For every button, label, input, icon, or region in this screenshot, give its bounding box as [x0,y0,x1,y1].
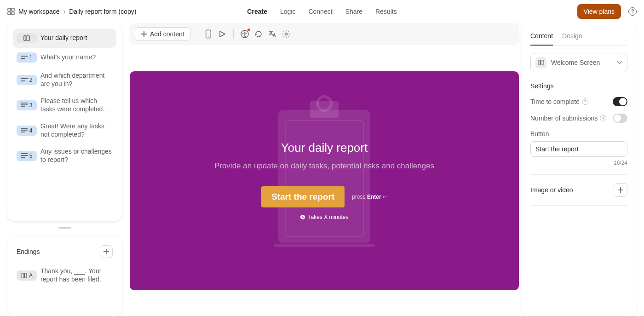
info-icon[interactable]: ? [600,115,606,121]
long-text-icon: 3 [17,100,37,110]
time-to-complete-label: Time to complete? [530,98,588,105]
long-text-icon: 4 [17,126,37,136]
divider [530,205,627,206]
question-5[interactable]: 5 Any issues or challenges to report? [13,143,116,168]
svg-rect-5 [27,36,29,41]
left-sidebar: Your daily report 1 What's your name? 2 … [0,23,129,316]
ending-screen-icon: A [17,270,37,281]
question-2[interactable]: 2 And which department are you in? [13,67,116,92]
short-text-icon: 1 [17,52,37,63]
svg-point-30 [285,33,287,35]
settings-heading: Settings [530,82,627,90]
time-estimate: Takes X minutes [214,214,434,220]
svg-rect-4 [24,36,26,41]
refresh-icon[interactable] [254,29,263,39]
chevron-down-icon [617,61,622,64]
breadcrumb: My workspace › Daily report form (copy) [7,8,136,15]
topbar: My workspace › Daily report form (copy) … [0,0,644,23]
short-text-icon: 2 [17,75,37,85]
notification-dot-icon [247,29,250,31]
help-icon[interactable]: ? [628,7,637,16]
svg-rect-32 [538,60,540,65]
svg-rect-21 [21,273,24,278]
button-field-label: Button [530,130,627,138]
play-preview-icon[interactable] [218,29,227,39]
property-tabs: Content Design [530,29,627,46]
svg-rect-3 [12,12,14,15]
right-sidebar: Content Design Welcome Screen Settings T… [521,23,644,316]
char-counter: 16/24 [530,160,627,166]
question-1[interactable]: 1 What's your name? [13,48,116,67]
add-media-button[interactable] [614,183,627,197]
toolbar-separator [197,29,197,39]
tab-design[interactable]: Design [562,29,582,45]
form-canvas[interactable]: Your daily report Provide an update on d… [130,71,519,290]
translate-icon[interactable] [268,29,277,39]
add-ending-button[interactable] [100,245,113,258]
divider [530,174,627,175]
time-to-complete-toggle[interactable] [613,97,627,106]
svg-rect-1 [12,8,14,11]
ending-a[interactable]: A Thank you, ___. Your report has been f… [13,263,116,288]
info-icon[interactable]: ? [582,98,588,105]
nav-results[interactable]: Results [375,8,397,15]
breadcrumb-form[interactable]: Daily report form (copy) [69,8,136,15]
view-plans-button[interactable]: View plans [577,4,621,19]
keyboard-hint: press Enter ↵ [352,194,387,200]
main-nav: Create Logic Connect Share Results [247,8,397,15]
nav-share[interactable]: Share [345,8,362,15]
questions-panel: Your daily report 1 What's your name? 2 … [7,23,122,221]
mobile-preview-icon[interactable] [204,29,213,39]
nav-logic[interactable]: Logic [280,8,295,15]
num-submissions-toggle[interactable] [613,114,627,123]
welcome-description[interactable]: Provide an update on daily tasks, potent… [214,161,434,171]
num-submissions-label: Number of submissions? [530,115,606,122]
apps-grid-icon[interactable] [7,8,15,15]
svg-rect-0 [8,8,11,11]
accessibility-icon[interactable] [240,29,249,39]
clock-icon [300,214,305,220]
breadcrumb-workspace[interactable]: My workspace [18,8,59,15]
add-content-button[interactable]: Add content [135,27,190,41]
svg-rect-22 [25,273,27,278]
endings-panel: Endings A Thank you, ___. Your report ha… [7,236,122,316]
nav-create[interactable]: Create [247,8,267,15]
nav-connect[interactable]: Connect [308,8,332,15]
settings-gear-icon[interactable] [282,29,291,39]
question-3[interactable]: 3 Please tell us which tasks were comple… [13,92,116,118]
question-welcome-label: Your daily report [40,34,87,42]
breadcrumb-separator: › [63,8,65,15]
canvas-toolbar: Add content [129,23,519,45]
welcome-title[interactable]: Your daily report [214,141,434,155]
long-text-icon: 5 [17,151,37,161]
svg-rect-33 [541,60,544,65]
clipboard-shadow [274,244,375,247]
screen-type-dropdown[interactable]: Welcome Screen [530,53,627,72]
resize-handle[interactable] [58,227,71,229]
svg-point-26 [208,36,209,37]
endings-title: Endings [17,248,40,255]
toolbar-separator [233,29,234,39]
svg-rect-2 [8,12,11,15]
image-or-video-label: Image or video [530,186,573,194]
welcome-screen-icon [17,33,37,43]
question-4[interactable]: 4 Great! Were any tasks not completed? [13,118,116,143]
button-text-input[interactable] [530,141,627,157]
welcome-screen-icon [535,57,546,68]
center-column: Add content [129,23,521,316]
start-button[interactable]: Start the report [261,186,345,207]
tab-content[interactable]: Content [530,29,553,45]
question-welcome[interactable]: Your daily report [13,29,116,48]
svg-point-29 [244,32,245,33]
svg-marker-27 [220,31,225,37]
